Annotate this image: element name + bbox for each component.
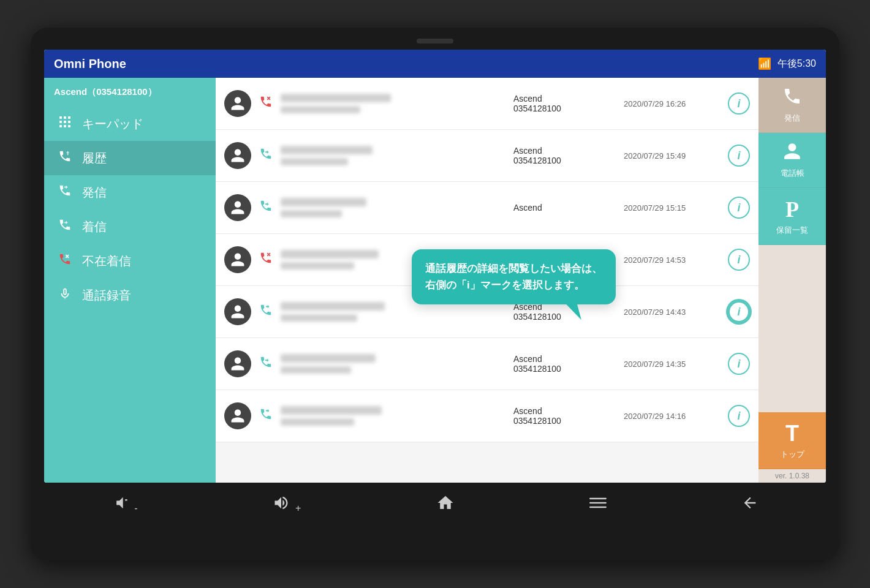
call-datetime: 2020/07/29 16:26	[624, 99, 722, 108]
call-list: Ascend0354128100 2020/07/29 16:26 i	[216, 78, 758, 483]
info-button[interactable]: i	[728, 353, 750, 375]
info-button[interactable]: i	[728, 197, 750, 219]
call-info: Ascend	[513, 203, 611, 213]
call-button[interactable]: 発信	[758, 78, 826, 133]
info-button[interactable]: i	[728, 405, 750, 427]
right-panel: 発信 電話帳 P 保留一覧 T トップ	[758, 78, 826, 483]
call-contact	[281, 146, 507, 165]
avatar	[224, 402, 251, 429]
avatar	[224, 142, 251, 169]
sidebar-item-recording[interactable]: 通話録音	[44, 278, 216, 312]
tooltip-text: 通話履歴の詳細を閲覧したい場合は、右側の「i」マークを選択します。	[425, 263, 602, 291]
call-type-missed-icon	[257, 95, 274, 112]
svg-rect-12	[589, 507, 607, 508]
hold-button[interactable]: P 保留一覧	[758, 188, 826, 245]
contact-name-blur	[281, 354, 376, 363]
call-item: Ascend0354128100 2020/07/29 15:49 i	[216, 130, 758, 182]
call-type-incoming-icon	[257, 355, 274, 372]
contact-name-blur2	[281, 366, 351, 374]
app-title: Omni Phone	[54, 57, 126, 71]
call-name: Ascend0354128100	[513, 354, 611, 374]
sidebar-item-history[interactable]: 履歴	[44, 141, 216, 175]
call-datetime: 2020/07/29 15:15	[624, 203, 722, 213]
avatar	[224, 350, 251, 377]
bottom-bar: - +	[44, 483, 826, 524]
call-info: Ascend0354128100	[513, 302, 611, 322]
call-info: Ascend0354128100	[513, 146, 611, 165]
sidebar-label-outgoing: 発信	[82, 184, 107, 201]
missed-icon	[56, 252, 74, 270]
svg-rect-11	[589, 502, 607, 503]
svg-rect-5	[68, 121, 70, 123]
call-type-incoming-icon	[257, 147, 274, 164]
call-item: Ascend 2020/07/29 15:15 i	[216, 182, 758, 234]
contact-name-blur2	[281, 418, 354, 426]
call-type-incoming-icon	[257, 199, 274, 216]
sidebar-item-missed[interactable]: 不在着信	[44, 244, 216, 278]
status-bar-right: 📶 午後5:30	[758, 57, 816, 70]
call-item: Ascend0354128100 2020/07/29 16:26 i	[216, 78, 758, 130]
svg-rect-6	[59, 125, 62, 127]
contacts-button[interactable]: 電話帳	[758, 133, 826, 188]
call-datetime: 2020/07/29 15:49	[624, 151, 722, 160]
call-datetime: 2020/07/29 14:53	[624, 255, 722, 265]
call-datetime: 2020/07/29 14:35	[624, 360, 722, 369]
svg-rect-1	[64, 116, 66, 119]
contacts-icon	[782, 141, 802, 165]
call-datetime: 2020/07/29 14:43	[624, 307, 722, 317]
version-text: ver. 1.0.38	[770, 469, 814, 483]
contact-name-blur2	[281, 158, 348, 165]
tablet-device: Omni Phone 📶 午後5:30 Ascend（0354128100）	[31, 28, 839, 560]
top-button[interactable]: T トップ	[758, 412, 826, 469]
contact-name-blur2	[281, 106, 360, 113]
back-button[interactable]	[729, 489, 771, 521]
tablet-screen: Omni Phone 📶 午後5:30 Ascend（0354128100）	[44, 50, 826, 483]
call-name: Ascend	[513, 203, 611, 213]
svg-rect-4	[64, 121, 66, 123]
contact-name-blur	[281, 94, 391, 102]
sidebar-item-keypad[interactable]: キーパッド	[44, 107, 216, 141]
call-name: Ascend0354128100	[513, 146, 611, 165]
avatar	[224, 90, 251, 117]
svg-rect-10	[589, 498, 607, 499]
svg-rect-8	[68, 125, 70, 127]
call-name: Ascend0354128100	[513, 406, 611, 426]
sidebar-item-outgoing[interactable]: 発信	[44, 175, 216, 209]
menu-button[interactable]	[577, 489, 619, 521]
top-letter: T	[785, 421, 799, 447]
info-button[interactable]: i	[728, 249, 750, 271]
call-type-outgoing-icon	[257, 407, 274, 424]
contact-name-blur2	[281, 210, 342, 217]
avatar	[224, 194, 251, 221]
status-time: 午後5:30	[777, 58, 816, 70]
contact-name-blur	[281, 146, 373, 154]
sidebar-account: Ascend（0354128100）	[44, 78, 216, 107]
sidebar-label-keypad: キーパッド	[82, 116, 143, 132]
call-type-outgoing-icon	[257, 303, 274, 320]
sidebar-label-history: 履歴	[82, 150, 107, 167]
contact-name-blur	[281, 198, 366, 206]
sidebar: Ascend（0354128100）	[44, 78, 216, 483]
call-label: 発信	[784, 113, 800, 124]
info-button[interactable]: i	[728, 92, 750, 115]
info-button[interactable]: i	[728, 145, 750, 167]
contact-name-blur	[281, 406, 382, 415]
call-item: Ascend0354128100 2020/07/29 14:16 i	[216, 390, 758, 442]
call-item: Ascend0354128100 2020/07/29 14:35 i	[216, 338, 758, 390]
call-contact	[281, 198, 507, 217]
recording-icon	[56, 287, 74, 304]
call-info: Ascend0354128100	[513, 406, 611, 426]
info-button-highlighted[interactable]: i	[728, 301, 750, 323]
sidebar-label-incoming: 着信	[82, 219, 107, 235]
call-contact	[281, 406, 507, 426]
svg-rect-3	[59, 121, 62, 123]
volume-up-button[interactable]: +	[260, 489, 314, 521]
volume-down-button[interactable]: -	[99, 489, 150, 521]
tooltip-bubble: 通話履歴の詳細を閲覧したい場合は、右側の「i」マークを選択します。	[412, 249, 616, 304]
sidebar-item-incoming[interactable]: 着信	[44, 209, 216, 244]
avatar	[224, 246, 251, 273]
home-button[interactable]	[424, 489, 467, 521]
svg-rect-2	[68, 116, 70, 119]
tablet-notch	[417, 39, 453, 43]
sidebar-label-recording: 通話録音	[82, 287, 131, 304]
